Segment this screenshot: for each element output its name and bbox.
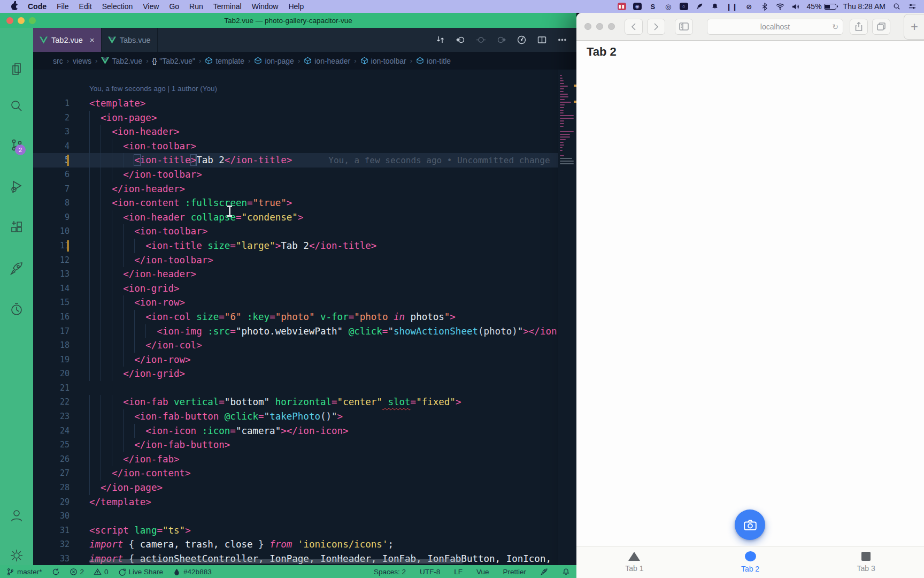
code-line[interactable]: 9<ion-header collapse="condense"> [33,210,576,225]
status-0[interactable]: 0 [94,568,109,576]
status-master-[interactable]: master* [6,568,42,576]
ring-icon[interactable]: ◎ [664,2,673,11]
breadcrumb-item-ion-toolbar[interactable]: ion-toolbar [360,57,406,65]
code-line[interactable]: 14<ion-grid> [33,282,576,296]
code-line[interactable]: 4<ion-toolbar> [33,139,576,154]
breadcrumb[interactable]: src›views›Tab2.vue›{}"Tab2.vue"›template… [33,52,576,70]
ion-tab-tab-2[interactable]: Tab 2 [692,546,808,578]
safari-minimize-button[interactable] [596,23,603,30]
reload-icon[interactable]: ↻ [832,22,838,31]
search-icon[interactable] [9,98,24,113]
status-sync[interactable] [52,568,60,576]
code-line[interactable]: 28</ion-page> [33,481,576,495]
rocket-menu-icon[interactable] [695,2,704,11]
code-line[interactable]: 3<ion-header> [33,125,576,139]
back-button[interactable] [625,19,643,35]
zoom-window-button[interactable] [29,17,36,24]
status-utf-8[interactable]: UTF-8 [420,568,440,576]
close-window-button[interactable] [6,17,13,24]
spotlight-search-icon[interactable] [892,2,901,11]
split-editor-icon[interactable] [535,33,549,47]
horizontal-scrollbar[interactable] [89,559,464,564]
code-line[interactable]: 1<template> [33,96,576,111]
code-line[interactable]: 12</ion-toolbar> [33,253,576,268]
status-2[interactable]: 2 [70,568,84,576]
new-tab-button[interactable]: + [904,14,924,40]
close-tab-icon[interactable]: × [90,35,95,44]
apple-logo-icon[interactable] [11,3,18,10]
code-line[interactable]: 21 [33,381,576,396]
navigate-forward-icon[interactable] [494,33,508,47]
status-bell[interactable] [562,568,570,576]
code-line[interactable]: 13</ion-header> [33,267,576,282]
breadcrumb-item--tab2-vue-[interactable]: {}"Tab2.vue" [152,57,195,65]
record-app-icon[interactable]: ○ [680,3,688,10]
code-line[interactable]: 31<script lang="ts"> [33,523,576,538]
code-line[interactable]: 6</ion-toolbar> [33,168,576,182]
volume-icon[interactable] [791,2,800,11]
code-line[interactable]: 19</ion-row> [33,353,576,367]
code-line[interactable]: 17<ion-img :src="photo.webviewPath" @cli… [33,324,576,339]
timer-icon[interactable] [9,302,24,317]
breadcrumb-item-src[interactable]: src [53,57,63,65]
battery-indicator[interactable]: 45% [807,2,836,11]
extensions-icon[interactable] [9,219,24,234]
code-line[interactable]: 20</ion-grid> [33,367,576,381]
gitlens-authors-codelens[interactable]: You, a few seconds ago | 1 author (You) [89,85,217,93]
breadcrumb-item-ion-header[interactable]: ion-header [304,57,350,65]
camera-fab-button[interactable] [735,509,765,540]
menu-clock[interactable]: Thu 8:28 AM [843,2,886,11]
menu-item-go[interactable]: Go [169,2,179,11]
settings-gear-icon[interactable] [9,548,24,563]
code-line[interactable]: 29</template> [33,495,576,509]
code-editor[interactable]: You, a few seconds ago | 1 author (You) … [33,70,576,565]
navigate-back-icon[interactable] [453,33,467,47]
code-line[interactable]: 15<ion-row> [33,295,576,310]
vscode-title-bar[interactable]: Tab2.vue — photo-gallery-capacitor-vue [0,13,576,28]
navigate-previous-icon[interactable] [474,33,488,47]
breadcrumb-item-ion-page[interactable]: ion-page [254,57,294,65]
breadcrumb-item-tab2-vue[interactable]: Tab2.vue [101,57,142,65]
breadcrumb-item-template[interactable]: template [205,57,244,65]
bluetooth-icon[interactable] [760,2,769,11]
menu-item-code[interactable]: Code [28,2,47,11]
screen-recorder-icon[interactable]: ▮▮ [618,3,626,10]
status-feedback[interactable] [540,568,548,576]
status-lf[interactable]: LF [454,568,463,576]
git-compare-icon[interactable] [433,33,447,47]
menu-item-selection[interactable]: Selection [102,2,133,11]
safari-close-button[interactable] [584,23,591,30]
deploy-rocket-icon[interactable] [9,261,24,276]
account-icon[interactable] [9,508,24,523]
status-live-share[interactable]: Live Share [118,568,164,576]
address-bar[interactable]: localhost ↻ [707,19,843,35]
notification-bell-icon[interactable] [711,2,719,11]
menu-item-help[interactable]: Help [288,2,304,11]
status-#42b883[interactable]: #42b883 [173,568,212,576]
wifi-icon[interactable] [776,2,784,11]
status-spaces-2[interactable]: Spaces: 2 [374,568,406,576]
menu-item-terminal[interactable]: Terminal [213,2,242,11]
minimap[interactable] [558,70,576,565]
ion-tab-tab-1[interactable]: Tab 1 [576,546,692,578]
share-icon[interactable] [850,19,868,35]
code-line[interactable]: 5<ion-title>Tab 2</ion-title>You, a few … [33,153,576,168]
run-code-icon[interactable] [514,33,528,47]
code-line[interactable]: 16<ion-col size="6" :key="photo" v-for="… [33,310,576,324]
forward-button[interactable] [647,19,665,35]
status-prettier[interactable]: Prettier [503,568,526,576]
code-line[interactable]: 30 [33,509,576,523]
minimize-window-button[interactable] [18,17,25,24]
code-line[interactable]: 27</ion-content> [33,466,576,481]
menu-item-run[interactable]: Run [189,2,203,11]
code-line[interactable]: 23<ion-fab-button @click="takePhoto()"> [33,409,576,424]
menu-item-window[interactable]: Window [252,2,279,11]
compass-icon[interactable]: ⊘ [745,2,753,11]
code-line[interactable]: 7</ion-header> [33,182,576,196]
safari-zoom-button[interactable] [608,23,615,30]
camera-app-icon[interactable]: ◉ [633,3,642,10]
menu-item-file[interactable]: File [57,2,69,11]
menu-item-edit[interactable]: Edit [79,2,92,11]
window-split-icon[interactable]: ❙❙ [726,2,738,11]
code-line[interactable]: 25</ion-fab-button> [33,438,576,452]
